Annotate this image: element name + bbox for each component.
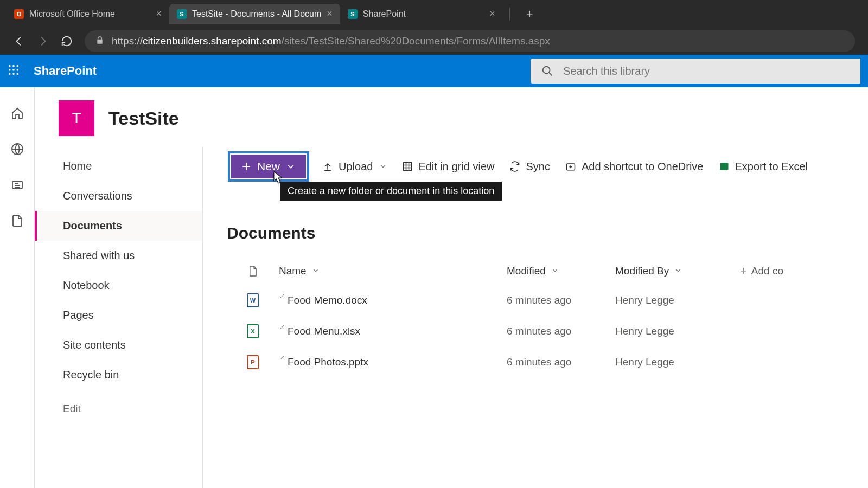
add-column-button[interactable]: + Add co [740, 264, 868, 278]
shortcut-icon [565, 161, 576, 172]
nav-site-contents[interactable]: Site contents [35, 330, 202, 360]
search-icon [541, 65, 553, 77]
col-name[interactable]: Name [279, 265, 507, 277]
address-bar: https://citizenbuilders.sharepoint.com/s… [0, 28, 868, 55]
upload-button[interactable]: Upload [320, 157, 389, 176]
close-icon[interactable]: × [156, 8, 162, 20]
edit-grid-button[interactable]: Edit in grid view [400, 157, 496, 176]
app-body: T TestSite Home Conversations Documents … [0, 87, 868, 488]
sync-icon [509, 161, 520, 172]
modified-cell: 6 minutes ago [507, 294, 615, 306]
nav-shared-with-us[interactable]: Shared with us [35, 241, 202, 271]
table-row[interactable]: P ⟋Food Photos.pptx 6 minutes ago Henry … [227, 346, 868, 377]
add-shortcut-button[interactable]: Add shortcut to OneDrive [563, 157, 706, 176]
file-name-cell[interactable]: ⟋Food Menu.xlsx [279, 325, 507, 337]
col-name-label: Name [279, 265, 307, 277]
tab-testsite[interactable]: S TestSite - Documents - All Docum × [169, 4, 340, 24]
search-input[interactable] [563, 65, 850, 78]
nav-home[interactable]: Home [35, 151, 202, 181]
close-icon[interactable]: × [489, 8, 495, 20]
svg-rect-12 [404, 163, 412, 171]
add-shortcut-label: Add shortcut to OneDrive [582, 160, 704, 173]
sync-label: Sync [526, 160, 550, 173]
table-row[interactable]: X ⟋Food Menu.xlsx 6 minutes ago Henry Le… [227, 316, 868, 346]
nav-recycle-bin[interactable]: Recycle bin [35, 360, 202, 390]
reload-button[interactable] [61, 35, 73, 47]
new-indicator-icon: ⟋ [279, 354, 285, 362]
news-icon[interactable] [11, 178, 24, 194]
file-name-cell[interactable]: ⟋Food Memo.docx [279, 294, 507, 306]
new-button[interactable]: New [231, 155, 306, 178]
svg-point-6 [9, 73, 11, 75]
suite-header: SharePoint [0, 55, 868, 87]
tab-strip: O Microsoft Office Home × S TestSite - D… [0, 0, 868, 28]
tab-office[interactable]: O Microsoft Office Home × [7, 4, 169, 24]
tab-title: TestSite - Documents - All Docum [192, 9, 321, 19]
files-icon[interactable] [11, 214, 24, 229]
brand-label: SharePoint [34, 64, 97, 78]
add-column-label: Add co [751, 265, 783, 277]
forward-button[interactable] [37, 35, 49, 47]
svg-point-1 [12, 65, 15, 67]
search-box[interactable] [531, 59, 860, 84]
new-button-highlight: New [228, 151, 309, 182]
export-excel-button[interactable]: Export to Excel [717, 157, 810, 176]
col-modified-label: Modified [507, 265, 546, 277]
col-modified-by[interactable]: Modified By [615, 265, 740, 277]
nav-edit[interactable]: Edit [35, 394, 202, 423]
upload-icon [322, 161, 333, 172]
chevron-down-icon [312, 265, 320, 277]
plus-icon [241, 161, 252, 172]
nav-pages[interactable]: Pages [35, 300, 202, 330]
globe-icon[interactable] [11, 143, 24, 158]
table-row[interactable]: W ⟋Food Memo.docx 6 minutes ago Henry Le… [227, 285, 868, 316]
nav-documents[interactable]: Documents [35, 211, 202, 241]
svg-point-9 [543, 67, 550, 74]
favicon-office: O [14, 9, 24, 19]
file-name-cell[interactable]: ⟋Food Photos.pptx [279, 356, 507, 368]
svg-point-8 [17, 73, 19, 75]
modified-cell: 6 minutes ago [507, 325, 615, 337]
svg-rect-14 [720, 163, 728, 170]
content-row: Home Conversations Documents Shared with… [35, 147, 868, 488]
browser-chrome: O Microsoft Office Home × S TestSite - D… [0, 0, 868, 55]
chevron-down-icon [674, 265, 682, 277]
nav-conversations[interactable]: Conversations [35, 181, 202, 211]
nav-notebook[interactable]: Notebook [35, 271, 202, 300]
close-icon[interactable]: × [327, 8, 333, 20]
url-field[interactable]: https://citizenbuilders.sharepoint.com/s… [85, 30, 855, 52]
library-heading: Documents [227, 224, 868, 242]
modified-cell: 6 minutes ago [507, 356, 615, 368]
new-tab-button[interactable]: + [526, 7, 533, 21]
edit-grid-label: Edit in grid view [418, 160, 494, 173]
col-modified-by-label: Modified By [615, 265, 669, 277]
back-button[interactable] [13, 35, 25, 47]
new-button-tooltip: Create a new folder or document in this … [280, 182, 502, 201]
export-excel-label: Export to Excel [735, 160, 808, 173]
site-logo: T [59, 100, 94, 136]
upload-label: Upload [339, 160, 373, 173]
file-icon-ppt: P [227, 355, 279, 369]
table-header: Name Modified Modified By + Add co [227, 258, 868, 285]
sync-button[interactable]: Sync [507, 157, 552, 176]
tab-sharepoint[interactable]: S SharePoint × [340, 4, 503, 24]
left-rail [0, 87, 35, 488]
svg-point-3 [9, 69, 11, 71]
chevron-down-icon [551, 265, 559, 277]
file-name: Food Menu.xlsx [288, 325, 360, 337]
app-launcher-icon[interactable] [8, 64, 20, 78]
home-icon[interactable] [11, 107, 24, 122]
chevron-down-icon [285, 161, 296, 172]
modified-by-cell: Henry Legge [615, 294, 740, 306]
new-indicator-icon: ⟋ [279, 292, 285, 300]
svg-point-5 [17, 69, 19, 71]
new-indicator-icon: ⟋ [279, 323, 285, 331]
new-label: New [257, 160, 280, 173]
svg-point-0 [9, 65, 11, 67]
svg-point-4 [12, 69, 15, 71]
modified-by-cell: Henry Legge [615, 325, 740, 337]
svg-point-7 [12, 73, 15, 75]
url-scheme: https:// [112, 35, 143, 47]
col-modified[interactable]: Modified [507, 265, 615, 277]
col-filetype[interactable] [227, 265, 279, 277]
